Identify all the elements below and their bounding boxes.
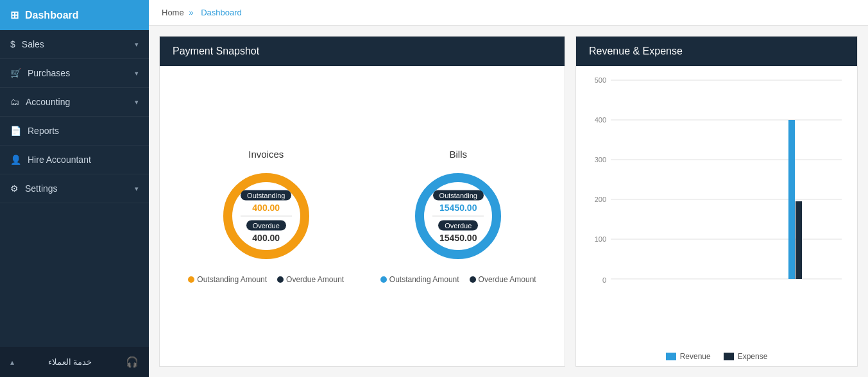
svg-text:400: 400 [595, 116, 606, 124]
svg-text:0: 0 [602, 276, 606, 284]
legend-expense-label: Expense [738, 352, 768, 361]
expense-color-box [724, 353, 734, 360]
invoices-overdue-value: 400.00 [252, 232, 280, 242]
overdue-dot [277, 276, 284, 283]
svg-text:Jul: Jul [730, 285, 738, 285]
bills-legend-overdue-label: Overdue Amount [479, 275, 536, 284]
invoices-title: Invoices [248, 149, 284, 160]
svg-text:Jan: Jan [613, 285, 624, 285]
invoices-legend: Outstanding Amount Overdue Amount [188, 275, 344, 284]
document-icon: 📄 [10, 126, 21, 136]
content-area: Payment Snapshot Invoices Outstanding [149, 26, 868, 377]
sidebar-sales-label: Sales [22, 39, 44, 49]
sidebar-item-hire-accountant[interactable]: 👤 Hire Accountant [0, 146, 149, 174]
breadcrumb: Home » Dashboard [149, 0, 868, 26]
sidebar-item-settings[interactable]: ⚙ Settings ▾ [0, 174, 149, 203]
invoices-legend-outstanding-label: Outstanding Amount [197, 275, 267, 284]
bills-donut: Outstanding 15450.00 Overdue 15450.00 [407, 165, 509, 267]
svg-text:Aug: Aug [747, 285, 759, 285]
bills-overdue-dot [470, 276, 476, 283]
invoices-donut: Outstanding 400.00 Overdue 400.00 [215, 165, 318, 267]
payment-snapshot-body: Invoices Outstanding 400.00 Overdue [160, 66, 565, 366]
chevron-down-icon: ▾ [135, 185, 139, 193]
invoices-outstanding-badge: Outstanding [241, 190, 291, 200]
bills-outstanding-value: 15450.00 [439, 202, 477, 212]
folder-icon: 🗂 [10, 97, 19, 107]
sidebar-dashboard-header[interactable]: ⊞ Dashboard [0, 0, 149, 30]
chart-grid: 500 400 300 200 100 0 [586, 74, 847, 347]
sidebar-item-accounting[interactable]: 🗂 Accounting ▾ [0, 88, 149, 117]
invoices-donut-inner: Outstanding 400.00 Overdue 400.00 [231, 188, 302, 243]
svg-text:100: 100 [595, 235, 606, 243]
bills-legend: Outstanding Amount Overdue Amount [380, 275, 536, 284]
revenue-expense-chart: 500 400 300 200 100 0 [586, 74, 847, 285]
revenue-expense-title: Revenue & Expense [576, 37, 857, 66]
invoices-section: Invoices Outstanding 400.00 Overdue [188, 149, 344, 284]
svg-text:200: 200 [595, 196, 606, 203]
sidebar-hire-label: Hire Accountant [28, 155, 91, 165]
bills-legend-outstanding: Outstanding Amount [380, 275, 459, 284]
svg-text:Dec: Dec [824, 285, 836, 285]
svg-text:Nov: Nov [805, 285, 817, 285]
invoices-legend-overdue: Overdue Amount [277, 275, 344, 284]
sidebar-footer[interactable]: ▴ خدمة العملاء 🎧 [0, 347, 149, 377]
person-icon: 👤 [10, 155, 21, 165]
svg-text:May: May [690, 285, 702, 285]
breadcrumb-current: Dashboard [201, 8, 242, 17]
donut-row: Invoices Outstanding 400.00 Overdue [170, 76, 554, 356]
chart-legend: Revenue Expense [586, 347, 847, 364]
breadcrumb-home[interactable]: Home [162, 8, 184, 17]
bar-oct-expense [796, 201, 802, 279]
dollar-icon: $ [10, 39, 15, 49]
bills-overdue-value: 15450.00 [439, 232, 477, 242]
svg-text:Mar: Mar [651, 285, 663, 285]
svg-text:Jun: Jun [710, 285, 720, 285]
bills-section: Bills Outstanding 15450.00 Overdue [380, 149, 536, 284]
sidebar-item-purchases[interactable]: 🛒 Purchases ▾ [0, 59, 149, 88]
outstanding-dot [188, 276, 194, 283]
sidebar-item-sales[interactable]: $ Sales ▾ [0, 30, 149, 59]
svg-text:500: 500 [595, 76, 606, 84]
dashboard-icon: ⊞ [10, 9, 19, 21]
revenue-expense-panel: Revenue & Expense 500 400 300 200 100 [575, 36, 858, 367]
revenue-color-box [666, 353, 676, 360]
sidebar-nav: $ Sales ▾ 🛒 Purchases ▾ 🗂 Accounting ▾ 📄… [0, 30, 149, 347]
payment-snapshot-title: Payment Snapshot [160, 37, 565, 66]
settings-icon: ⚙ [10, 183, 19, 194]
bills-outstanding-dot [380, 276, 387, 283]
legend-revenue: Revenue [666, 352, 711, 361]
chart-area: 500 400 300 200 100 0 [576, 66, 857, 366]
chevron-down-icon: ▾ [135, 40, 139, 49]
footer-label: خدمة العملاء [48, 357, 92, 367]
svg-text:Oct: Oct [787, 285, 797, 285]
chevron-down-icon: ▾ [135, 69, 139, 78]
invoices-legend-overdue-label: Overdue Amount [286, 275, 344, 284]
sidebar: ⊞ Dashboard $ Sales ▾ 🛒 Purchases ▾ 🗂 Ac… [0, 0, 149, 377]
sidebar-settings-label: Settings [25, 183, 58, 194]
bills-outstanding-badge: Outstanding [433, 190, 484, 200]
chevron-down-icon: ▾ [135, 98, 139, 106]
main-content: Home » Dashboard Payment Snapshot Invoic… [149, 0, 868, 377]
legend-expense: Expense [724, 352, 768, 361]
bills-legend-outstanding-label: Outstanding Amount [389, 275, 459, 284]
breadcrumb-separator: » [189, 8, 193, 17]
sidebar-header-label: Dashboard [25, 10, 79, 21]
bills-overdue-badge: Overdue [438, 220, 478, 230]
sidebar-reports-label: Reports [28, 126, 59, 136]
invoices-legend-outstanding: Outstanding Amount [188, 275, 267, 284]
svg-text:Feb: Feb [632, 285, 643, 285]
sidebar-accounting-label: Accounting [26, 97, 70, 107]
bills-title: Bills [449, 149, 467, 160]
svg-text:Apr: Apr [671, 285, 681, 285]
chevron-up-icon: ▴ [10, 358, 14, 367]
cart-icon: 🛒 [10, 68, 21, 78]
bills-donut-inner: Outstanding 15450.00 Overdue 15450.00 [423, 188, 493, 243]
legend-revenue-label: Revenue [680, 352, 711, 361]
sidebar-purchases-label: Purchases [28, 68, 70, 78]
payment-snapshot-panel: Payment Snapshot Invoices Outstanding [159, 36, 565, 367]
svg-text:Sep: Sep [767, 285, 778, 285]
headset-icon: 🎧 [126, 356, 139, 368]
sidebar-item-reports[interactable]: 📄 Reports [0, 117, 149, 146]
bar-oct-revenue [788, 120, 795, 279]
invoices-outstanding-value: 400.00 [252, 202, 280, 212]
